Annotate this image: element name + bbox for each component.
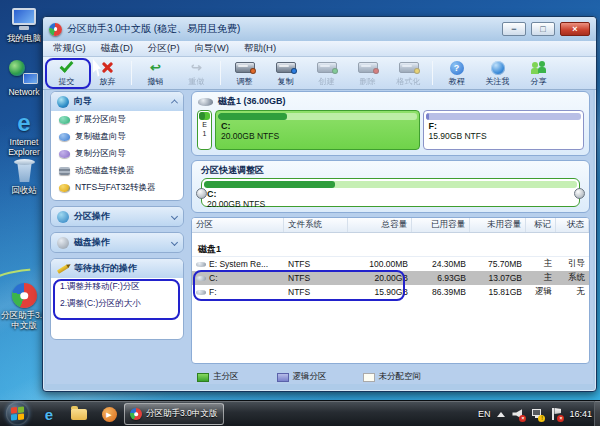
right-resize-handle[interactable] [574, 188, 585, 199]
redo-icon: ↪ [191, 61, 202, 74]
toolbar-separator [220, 61, 221, 85]
toolbar: 提交 放弃 ↩ 撤销 ↪ 重做 调整 复制 创建 删除 [43, 57, 596, 90]
drive-create-icon [317, 62, 337, 73]
format-button: 格式化 [388, 59, 429, 87]
sidebar-item-extend-partition-wizard[interactable]: 扩展分区向导 [51, 111, 183, 128]
title-bar[interactable]: 分区助手3.0中文版 (稳定、易用且免费) − □ × [43, 17, 596, 41]
globe-icon [491, 61, 505, 75]
sidebar-item-copy-disk-wizard[interactable]: 复制磁盘向导 [51, 128, 183, 145]
maximize-button[interactable]: □ [531, 22, 555, 36]
copy-partition-wizard-icon [59, 150, 70, 158]
minimize-button[interactable]: − [502, 22, 526, 36]
ntfs-fat32-converter-icon [59, 184, 70, 192]
network-icon[interactable]: ! [531, 408, 543, 420]
menu-help[interactable]: 帮助(H) [244, 42, 276, 55]
desktop-icon-partition-assistant[interactable]: 分区助手3.0中文版 [1, 283, 47, 331]
drive-copy-icon [276, 62, 296, 73]
pending-operation-1[interactable]: 1.调整并移动(F:)分区 [51, 278, 183, 295]
pending-operations-header: 等待执行的操作 [51, 259, 183, 278]
partition-ops-panel: 分区操作 [50, 206, 184, 227]
partition-icon [196, 290, 206, 295]
copy-disk-wizard-icon [59, 133, 70, 141]
disk-ops-icon [57, 237, 69, 249]
desktop-icon-recycle-bin[interactable]: 回收站 [1, 158, 47, 196]
sidebar: 向导 扩展分区向导 复制磁盘向导 复制分区向导 动态磁盘转换器 [48, 90, 188, 384]
follow-me-button[interactable]: 关注我 [477, 59, 518, 87]
menu-disk[interactable]: 磁盘(D) [101, 42, 133, 55]
menu-wizard[interactable]: 向导(W) [195, 42, 229, 55]
language-indicator[interactable]: EN [478, 409, 491, 419]
quick-adjust-bar[interactable]: C: 20.00GB NTFS [201, 178, 580, 207]
menu-partition[interactable]: 分区(P) [148, 42, 180, 55]
primary-partition-swatch [197, 373, 209, 382]
resize-button[interactable]: 调整 [224, 59, 265, 87]
partition-ops-header[interactable]: 分区操作 [51, 207, 183, 226]
table-row-f[interactable]: F: NTFS 15.90GB 86.39MB 15.81GB 逻辑 无 [192, 285, 589, 299]
chevron-up-icon[interactable] [171, 99, 178, 106]
volume-icon[interactable]: × [512, 408, 524, 420]
menu-general[interactable]: 常规(G) [53, 42, 86, 55]
chevron-down-icon[interactable] [171, 239, 178, 246]
system-tray: EN × ! × 16:41 [478, 401, 592, 426]
tray-expand-icon[interactable] [497, 412, 505, 417]
submit-button[interactable]: 提交 [46, 59, 87, 87]
drive-resize-icon [235, 62, 255, 73]
table-row-c[interactable]: C: NTFS 20.00GB 6.93GB 13.07GB 主 系统 [192, 271, 589, 285]
disk-ops-header[interactable]: 磁盘操作 [51, 233, 183, 252]
windows-logo-icon [11, 407, 24, 421]
question-icon: ? [450, 61, 464, 75]
sidebar-item-dynamic-disk-converter[interactable]: 动态磁盘转换器 [51, 162, 183, 179]
desktop-icon-network[interactable]: Network [1, 60, 47, 98]
undo-button[interactable]: ↩ 撤销 [135, 59, 176, 87]
delete-button: 删除 [347, 59, 388, 87]
desktop-icon-label: 回收站 [1, 186, 47, 196]
toolbar-separator [131, 61, 132, 85]
legend-primary-label: 主分区 [213, 371, 239, 383]
pending-operation-2[interactable]: 2.调整(C:)分区的大小 [51, 295, 183, 312]
table-row-e[interactable]: E: System Re... NTFS 100.00MB 24.30MB 75… [192, 257, 589, 271]
taskbar-internet-explorer-button[interactable]: e [40, 405, 58, 423]
partition-block-c[interactable]: C: 20.00GB NTFS [215, 110, 420, 150]
taskbar-media-player-button[interactable]: ▶ [100, 405, 118, 423]
partition-table-panel: 分区 文件系统 总容量 已用容量 未用容量 标记 状态 磁盘1 E: Syste… [191, 217, 590, 364]
desktop-icon-label: 分区助手3.0中文版 [1, 311, 47, 331]
left-resize-handle[interactable] [196, 188, 207, 199]
clock[interactable]: 16:41 [569, 409, 592, 419]
disk-overview-panel: 磁盘1 (36.00GB) E 1 C: 20.00GB [191, 91, 590, 156]
sidebar-item-copy-partition-wizard[interactable]: 复制分区向导 [51, 145, 183, 162]
partition-block-f[interactable]: F: 15.90GB NTFS [423, 110, 584, 150]
desktop-icon-label: Internet Explorer [1, 138, 47, 158]
desktop-icon-label: Network [1, 88, 47, 98]
taskbar-app-button[interactable]: 分区助手3.0中文版 (... [124, 403, 224, 425]
desktop-icon-internet-explorer[interactable]: e Internet Explorer [1, 110, 47, 158]
disk-ops-panel: 磁盘操作 [50, 232, 184, 253]
tutorial-button[interactable]: ? 教程 [436, 59, 477, 87]
pending-operations-panel: 等待执行的操作 1.调整并移动(F:)分区 2.调整(C:)分区的大小 [50, 258, 184, 340]
start-button[interactable] [6, 402, 29, 425]
share-button[interactable]: 分享 [518, 59, 559, 87]
window-content: 向导 扩展分区向导 复制磁盘向导 复制分区向导 动态磁盘转换器 [46, 90, 593, 384]
copy-button[interactable]: 复制 [265, 59, 306, 87]
desktop-icon-my-computer[interactable]: 我的电脑 [1, 6, 47, 44]
legend-unallocated-label: 未分配空间 [379, 371, 422, 383]
chevron-down-icon[interactable] [171, 213, 178, 220]
partition-ops-icon [57, 211, 69, 223]
play-icon: ▶ [102, 407, 117, 422]
action-center-flag-icon[interactable]: × [550, 408, 562, 420]
main-area: 磁盘1 (36.00GB) E 1 C: 20.00GB [191, 90, 592, 384]
network-icon [9, 60, 39, 86]
check-icon [60, 58, 74, 72]
sidebar-item-ntfs-fat32-converter[interactable]: NTFS与FAT32转换器 [51, 179, 183, 196]
wizards-panel: 向导 扩展分区向导 复制磁盘向导 复制分区向导 动态磁盘转换器 [50, 91, 184, 201]
close-button[interactable]: × [560, 22, 590, 36]
drive-delete-icon [358, 62, 378, 73]
quick-adjust-title: 分区快速调整区 [201, 164, 264, 177]
partition-block-e[interactable]: E 1 [197, 110, 212, 150]
partition-icon [196, 262, 206, 267]
wizard-icon [57, 96, 69, 108]
taskbar: e ▶ 分区助手3.0中文版 (... EN × ! × 16:41 [0, 400, 600, 426]
wizards-panel-header[interactable]: 向导 [51, 92, 183, 111]
taskbar-explorer-button[interactable] [70, 405, 88, 423]
redo-button: ↪ 重做 [176, 59, 217, 87]
show-desktop-button[interactable] [594, 401, 600, 426]
